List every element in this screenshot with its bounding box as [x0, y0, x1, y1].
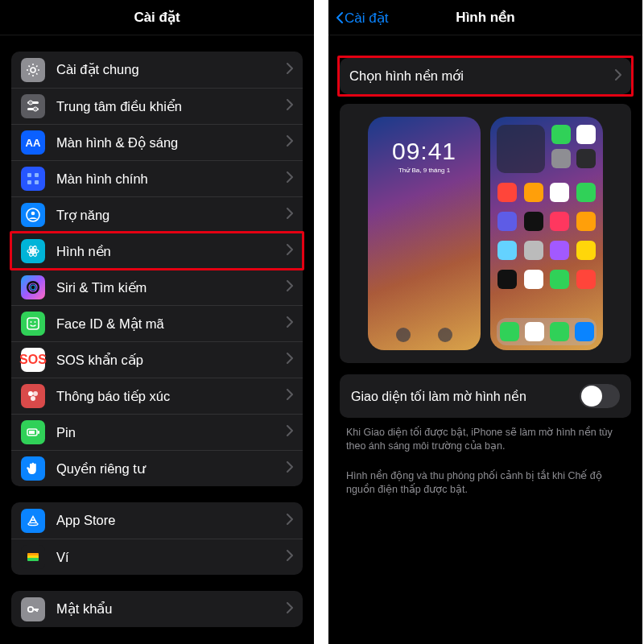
lockscreen-preview[interactable]: 09:41 Thứ Ba, 9 tháng 1 — [368, 117, 481, 350]
settings-row-privacy[interactable]: Quyền riêng tư — [11, 450, 303, 486]
chevron-right-icon — [287, 602, 293, 617]
weather-widget — [497, 125, 545, 173]
svg-point-10 — [31, 212, 35, 216]
settings-row-battery[interactable]: Pin — [11, 414, 303, 450]
row-label: Mật khẩu — [56, 601, 287, 617]
wallpaper-preview: 09:41 Thứ Ba, 9 tháng 1 — [340, 104, 631, 363]
app-icon — [524, 241, 543, 260]
battery-icon — [21, 420, 45, 444]
app-icon — [550, 270, 569, 289]
row-label: Trợ năng — [56, 208, 287, 223]
chevron-right-icon — [287, 389, 293, 403]
siri-icon — [21, 275, 45, 299]
svg-point-31 — [28, 606, 33, 611]
chevron-right-icon — [287, 280, 293, 295]
dock — [497, 318, 597, 345]
faceid-icon — [21, 312, 45, 336]
app-icon — [576, 270, 596, 289]
access-icon — [21, 203, 45, 227]
flashlight-icon — [396, 328, 411, 342]
chevron-right-icon — [287, 316, 293, 331]
control-icon — [21, 94, 45, 118]
footer-note-2: Hình nền động và thu phóng phối cảnh bị … — [328, 461, 642, 505]
app-icon — [576, 241, 596, 260]
app-icon — [551, 149, 571, 168]
svg-rect-5 — [27, 173, 31, 177]
chevron-right-icon — [287, 135, 293, 150]
app-icon — [576, 149, 596, 168]
row-label: Màn hình chính — [56, 171, 287, 187]
row-label: Siri & Tìm kiếm — [56, 280, 287, 295]
row-label: Thông báo tiếp xúc — [56, 389, 287, 404]
settings-row-passwords[interactable]: Mật khẩu — [11, 591, 303, 627]
settings-row-home[interactable]: Màn hình chính — [11, 160, 303, 196]
dark-dim-row: Giao diện tối làm mờ hình nền — [340, 374, 631, 418]
app-icon — [524, 212, 543, 231]
chevron-right-icon — [287, 208, 293, 222]
settings-group: App StoreVí — [11, 502, 303, 575]
highlight-wallpaper-row — [10, 231, 304, 270]
back-label: Cài đặt — [345, 10, 388, 27]
settings-group: Mật khẩu — [11, 591, 303, 627]
settings-row-wallet[interactable]: Ví — [11, 539, 303, 575]
row-label: Pin — [56, 425, 287, 440]
settings-list[interactable]: Cài đặt chungTrung tâm điều khiểnAAMàn h… — [0, 35, 314, 644]
svg-rect-30 — [27, 558, 39, 561]
chevron-right-icon — [287, 425, 293, 440]
privacy-icon — [21, 456, 45, 481]
wallpaper-screen: Cài đặt Hình nền Chọn hình nền mới 09:41… — [328, 0, 642, 644]
page-title: Hình nền — [456, 9, 514, 26]
chevron-right-icon — [287, 461, 293, 476]
svg-point-23 — [31, 396, 35, 401]
svg-point-3 — [28, 101, 32, 105]
lock-date: Thứ Ba, 9 tháng 1 — [368, 167, 481, 174]
settings-screen: Cài đặt Cài đặt chungTrung tâm điều khiể… — [0, 0, 314, 644]
home-icon — [21, 167, 45, 191]
app-icon — [524, 270, 543, 289]
settings-row-control[interactable]: Trung tâm điều khiển — [11, 88, 303, 124]
row-label: App Store — [56, 513, 287, 528]
lock-clock: 09:41 — [368, 138, 481, 165]
svg-point-27 — [28, 522, 38, 525]
back-button[interactable]: Cài đặt — [336, 0, 388, 35]
svg-rect-18 — [27, 318, 39, 329]
chevron-right-icon — [287, 99, 293, 114]
app-icon — [550, 212, 569, 231]
svg-point-21 — [28, 391, 33, 396]
row-label: Ví — [56, 550, 287, 565]
svg-rect-7 — [27, 180, 31, 184]
app-icon — [551, 125, 571, 144]
settings-row-appstore[interactable]: App Store — [11, 502, 303, 539]
app-icon — [497, 212, 517, 231]
app-icon — [497, 183, 517, 202]
display-icon: AA — [21, 130, 45, 155]
svg-rect-6 — [35, 173, 39, 177]
app-icon — [576, 183, 596, 202]
svg-rect-25 — [38, 431, 39, 434]
settings-row-siri[interactable]: Siri & Tìm kiếm — [11, 269, 303, 305]
settings-row-general[interactable]: Cài đặt chung — [11, 52, 303, 88]
svg-point-22 — [33, 391, 38, 396]
app-icon — [524, 183, 543, 202]
svg-rect-26 — [29, 431, 35, 434]
app-icon — [550, 241, 569, 260]
settings-row-access[interactable]: Trợ năng — [11, 196, 303, 233]
app-icon — [497, 241, 517, 260]
highlight-choose-row — [337, 56, 634, 97]
row-label: Trung tâm điều khiển — [56, 99, 287, 114]
homescreen-preview[interactable] — [490, 117, 603, 350]
svg-point-20 — [35, 321, 36, 323]
general-icon — [21, 58, 45, 82]
settings-row-sos[interactable]: SOSSOS khẩn cấp — [11, 341, 303, 378]
app-icon — [576, 125, 596, 144]
passwords-icon — [21, 597, 45, 621]
svg-point-19 — [31, 321, 32, 323]
navbar: Cài đặt — [0, 0, 314, 35]
camera-icon — [438, 328, 452, 342]
dark-dim-toggle[interactable] — [580, 384, 620, 408]
wallet-icon — [21, 545, 45, 569]
settings-row-exposure[interactable]: Thông báo tiếp xúc — [11, 378, 303, 414]
settings-row-faceid[interactable]: Face ID & Mật mã — [11, 305, 303, 341]
page-title: Cài đặt — [134, 9, 180, 26]
settings-row-display[interactable]: AAMàn hình & Độ sáng — [11, 124, 303, 160]
